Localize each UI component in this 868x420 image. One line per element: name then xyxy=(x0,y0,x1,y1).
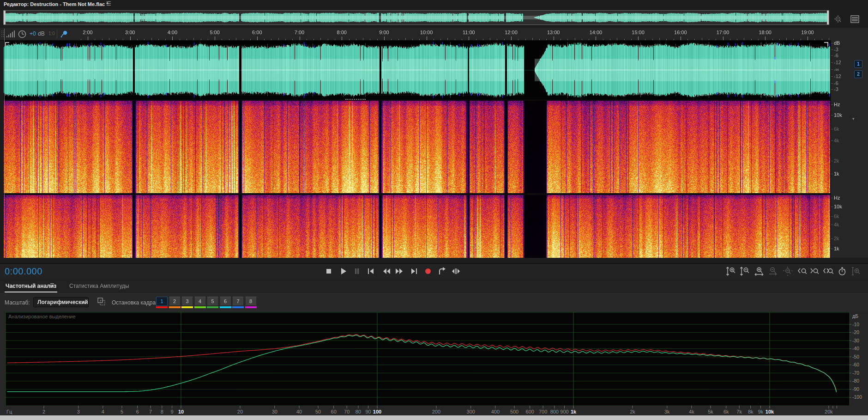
pause-button[interactable] xyxy=(351,265,363,277)
analysis-panel: Частотный анализ ☰ Статистика Амплитуды … xyxy=(0,279,868,415)
db-tick-label: -10 xyxy=(852,322,859,327)
rewind-button[interactable] xyxy=(380,265,392,277)
scale-label-1k: 1k xyxy=(834,171,839,177)
freq-tick-label: 9 xyxy=(170,409,173,414)
graph-annotation: Анализированое выделение xyxy=(8,314,76,319)
freq-tick-label: 4 xyxy=(102,409,104,414)
transport-bar: 0:00.000 xyxy=(0,258,868,279)
playhead-line[interactable] xyxy=(4,29,5,258)
freq-tick-label: 10 xyxy=(178,409,184,414)
zoom-to-out-point-button[interactable] xyxy=(808,265,820,277)
scale-label--12: -12 xyxy=(834,60,841,65)
freeze-channel-button-2[interactable]: 2 xyxy=(169,297,181,306)
freq-tick-label: 3k xyxy=(664,409,670,414)
scale-label-1k: 1k xyxy=(834,246,839,251)
db-tick-label: -20 xyxy=(852,329,859,335)
freq-tick-label: 3 xyxy=(77,409,80,414)
zoom-reset-button[interactable] xyxy=(782,265,794,277)
freq-tick-label: 2k xyxy=(630,409,635,414)
freeze-channel-color-7 xyxy=(232,306,244,308)
db-tick-label: -80 xyxy=(852,378,859,383)
freq-tick-label: 90 xyxy=(365,409,371,414)
scale-label-6k: 6k xyxy=(834,213,839,219)
tab-amplitude-statistics[interactable]: Статистика Амплитуды xyxy=(69,283,129,289)
zoom-to-time-button[interactable] xyxy=(850,265,862,277)
fast-forward-button[interactable] xyxy=(393,265,405,277)
freq-tick-label: 5 xyxy=(121,409,123,414)
play-button[interactable] xyxy=(337,265,349,277)
copy-frame-icon[interactable] xyxy=(97,297,106,306)
zoom-out-vertical-button[interactable] xyxy=(739,265,751,277)
stop-button[interactable] xyxy=(323,265,335,277)
freeze-channel-button-8[interactable]: 8 xyxy=(245,297,257,306)
channel-badge-1[interactable]: 1 xyxy=(854,60,862,68)
zoom-in-horizontal-button[interactable] xyxy=(753,265,765,277)
frequency-graph[interactable]: 2345678910203040506070809010020030040050… xyxy=(4,311,868,416)
tab-menu-icon[interactable]: ☰ xyxy=(50,282,54,288)
scale-label-10k: 10k xyxy=(834,204,842,209)
db-tick-label: -90 xyxy=(852,386,859,392)
freeze-channel-button-1[interactable]: 1 xyxy=(156,297,168,306)
freq-tick-label: 7 xyxy=(149,409,152,414)
freq-tick-label: 600 xyxy=(526,409,534,414)
freq-tick-label: 80 xyxy=(356,409,361,414)
freq-tick-label: 800 xyxy=(550,409,559,414)
scale-dropdown-value: Логарифмический xyxy=(37,299,88,305)
analysis-controls: Масштаб: Логарифмический Остановка кадра… xyxy=(0,293,868,311)
scale-collapse-icon[interactable]: ▾ xyxy=(852,116,855,121)
timed-record-button[interactable] xyxy=(836,265,848,277)
freeze-channel-button-5[interactable]: 5 xyxy=(207,297,218,306)
skip-to-end-button[interactable] xyxy=(408,265,420,277)
audition-editor-window: Редактор: Destruction - Them Not Me.flac… xyxy=(0,0,868,420)
db-tick-label: -50 xyxy=(852,354,859,359)
freq-tick-label: 6 xyxy=(136,409,139,414)
scale-label--3: -3 xyxy=(834,86,838,92)
freq-tick-label: 20 xyxy=(237,409,243,414)
transport-row: 0:00.000 xyxy=(0,263,868,279)
freq-tick-label: 5k xyxy=(708,409,713,414)
db-tick-label: -40 xyxy=(852,346,859,351)
scale-label-2k: 2k xyxy=(834,158,839,164)
chevron-down-icon xyxy=(82,301,86,304)
channel-badge-2[interactable]: 2 xyxy=(854,70,862,78)
scale-label-6k: 6k xyxy=(834,126,839,132)
zoom-to-in-point-button[interactable] xyxy=(796,265,808,277)
freeze-channel-color-2 xyxy=(169,306,181,308)
scale-label-4k: 4k xyxy=(834,222,839,227)
freeze-channel-button-7[interactable]: 7 xyxy=(232,297,244,306)
zoom-in-vertical-button[interactable] xyxy=(725,265,737,277)
scale-label-4k: 4k xyxy=(834,138,839,143)
bottom-resize-bar[interactable] xyxy=(0,415,868,420)
freq-tick-label: 30 xyxy=(272,409,277,414)
scale-dropdown[interactable]: Логарифмический xyxy=(33,297,89,307)
freq-tick-label: 1k xyxy=(571,409,577,414)
freeze-channel-button-3[interactable]: 3 xyxy=(181,297,193,306)
freq-tick-label: 4k xyxy=(689,409,694,414)
freeze-channel-color-1 xyxy=(156,306,168,308)
freq-tick-label: 2 xyxy=(42,409,45,414)
scale-label-10k: 10k xyxy=(834,112,842,118)
freeze-channel-color-4 xyxy=(194,306,206,308)
freq-tick-label: 8 xyxy=(161,409,163,414)
freeze-channel-button-4[interactable]: 4 xyxy=(194,297,206,306)
freeze-channel-button-6[interactable]: 6 xyxy=(220,297,231,306)
freq-tick-label: 8k xyxy=(748,409,753,414)
skip-selection-button[interactable] xyxy=(450,265,462,277)
freeze-channel-color-8 xyxy=(245,306,257,308)
freq-tick-label: 700 xyxy=(539,409,547,414)
freq-axis-unit: Гц xyxy=(6,409,12,414)
db-tick-label: -100 xyxy=(852,394,862,400)
time-display[interactable]: 0:00.000 xyxy=(5,266,42,277)
skip-to-start-button[interactable] xyxy=(365,265,377,277)
freq-tick-label: 20k xyxy=(825,409,833,414)
editor-area: dB-3-6-12-∞-12-6-3Hz10k6k4k2k1kHz10k6k4k… xyxy=(0,41,868,258)
tab-frequency-analysis[interactable]: Частотный анализ xyxy=(6,283,56,289)
zoom-to-selection-button[interactable] xyxy=(822,265,834,277)
record-button[interactable] xyxy=(422,265,434,277)
loop-playback-button[interactable] xyxy=(436,265,448,277)
scale-label-dB: dB xyxy=(834,40,840,46)
scale-label--12: -12 xyxy=(834,73,841,79)
scale-label--3: -3 xyxy=(834,47,838,52)
zoom-out-horizontal-button[interactable] xyxy=(767,265,779,277)
freeze-label: Остановка кадра: xyxy=(112,299,157,306)
